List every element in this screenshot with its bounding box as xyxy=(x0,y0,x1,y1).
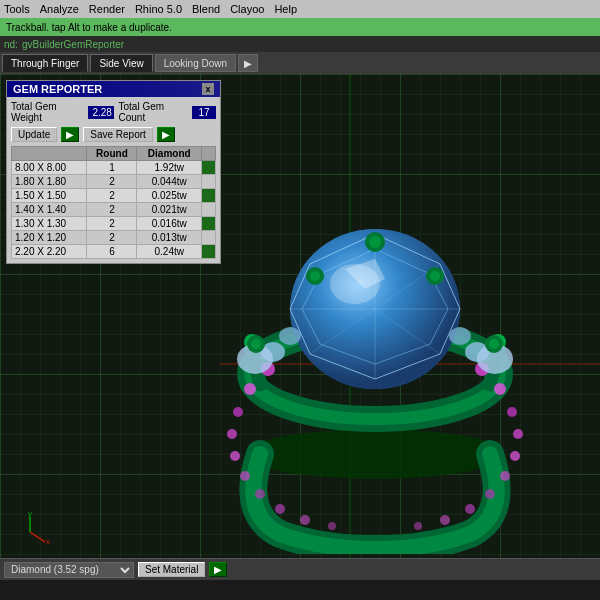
gem-indicator xyxy=(202,189,216,203)
svg-point-35 xyxy=(275,504,285,514)
gem-indicator xyxy=(202,231,216,245)
table-row: 8.00 X 8.00 1 1.92tw xyxy=(12,161,216,175)
status-text: Trackball. tap Alt to make a duplicate. xyxy=(6,22,172,33)
gem-indicator xyxy=(202,161,216,175)
input-label: nd: xyxy=(4,39,18,50)
menu-render[interactable]: Render xyxy=(89,3,125,15)
total-gem-weight-label: Total Gem Weight xyxy=(11,101,84,123)
gem-weight: 0.016tw xyxy=(137,217,202,231)
svg-point-42 xyxy=(510,451,520,461)
svg-point-51 xyxy=(449,327,471,345)
svg-point-31 xyxy=(227,429,237,439)
svg-text:y: y xyxy=(28,512,32,518)
gem-size: 2.20 X 2.20 xyxy=(12,245,87,259)
svg-point-29 xyxy=(244,383,256,395)
gem-indicator xyxy=(202,203,216,217)
col-indicator xyxy=(202,147,216,161)
svg-point-55 xyxy=(369,236,381,248)
ring-visualization xyxy=(160,94,590,554)
gem-size: 1.30 X 1.30 xyxy=(12,217,87,231)
bottom-bar: Diamond (3.52 spg)GoldSilverPlatinum Set… xyxy=(0,558,600,580)
svg-point-30 xyxy=(233,407,243,417)
svg-point-43 xyxy=(500,471,510,481)
menu-tools[interactable]: Tools xyxy=(4,3,30,15)
svg-point-33 xyxy=(240,471,250,481)
total-gem-weight-value: 2.28 xyxy=(88,106,114,119)
gem-count: 2 xyxy=(87,175,137,189)
gem-count: 2 xyxy=(87,203,137,217)
menu-clayoo[interactable]: Clayoo xyxy=(230,3,264,15)
gem-count: 2 xyxy=(87,231,137,245)
gem-count: 2 xyxy=(87,217,137,231)
save-report-button[interactable]: Save Report xyxy=(83,127,153,142)
table-row: 1.30 X 1.30 2 0.016tw xyxy=(12,217,216,231)
gem-size: 1.20 X 1.20 xyxy=(12,231,87,245)
axes-indicator: x y xyxy=(10,512,50,552)
svg-text:x: x xyxy=(46,537,50,546)
svg-point-61 xyxy=(251,339,261,349)
col-round: Round xyxy=(87,147,137,161)
save-arrow-button[interactable]: ▶ xyxy=(157,127,175,142)
gem-count: 2 xyxy=(87,189,137,203)
svg-point-45 xyxy=(465,504,475,514)
gem-weight: 0.021tw xyxy=(137,203,202,217)
gem-reporter-title-bar[interactable]: GEM REPORTER x xyxy=(7,81,220,97)
update-button[interactable]: Update xyxy=(11,127,57,142)
table-row: 2.20 X 2.20 6 0.24tw xyxy=(12,245,216,259)
gem-reporter-close-button[interactable]: x xyxy=(202,83,214,95)
tab-side-view[interactable]: Side View xyxy=(90,54,152,72)
menu-rhino[interactable]: Rhino 5.0 xyxy=(135,3,182,15)
set-material-button[interactable]: Set Material xyxy=(138,562,205,577)
menu-help[interactable]: Help xyxy=(274,3,297,15)
tab-through-finger[interactable]: Through Finger xyxy=(2,54,88,72)
cmd-text: gvBuilderGemReporter xyxy=(22,39,124,50)
svg-point-59 xyxy=(430,271,440,281)
menu-analyze[interactable]: Analyze xyxy=(40,3,79,15)
gem-summary-row: Total Gem Weight 2.28 Total Gem Count 17 xyxy=(11,101,216,123)
gem-weight: 0.025tw xyxy=(137,189,202,203)
status-bar: Trackball. tap Alt to make a duplicate. xyxy=(0,18,600,36)
gem-table: Round Diamond 8.00 X 8.00 1 1.92tw 1.80 … xyxy=(11,146,216,259)
table-row: 1.80 X 1.80 2 0.044tw xyxy=(12,175,216,189)
gem-count: 1 xyxy=(87,161,137,175)
svg-point-37 xyxy=(328,522,336,530)
svg-point-47 xyxy=(414,522,422,530)
tab-looking-down[interactable]: Looking Down xyxy=(155,54,236,72)
svg-point-46 xyxy=(440,515,450,525)
svg-point-49 xyxy=(279,327,301,345)
gem-reporter-content: Total Gem Weight 2.28 Total Gem Count 17… xyxy=(7,97,220,263)
svg-point-34 xyxy=(255,489,265,499)
table-row: 1.50 X 1.50 2 0.025tw xyxy=(12,189,216,203)
gem-indicator xyxy=(202,217,216,231)
svg-point-57 xyxy=(310,271,320,281)
set-material-arrow-button[interactable]: ▶ xyxy=(209,562,227,577)
svg-line-64 xyxy=(30,532,45,542)
svg-point-36 xyxy=(300,515,310,525)
table-row: 1.20 X 1.20 2 0.013tw xyxy=(12,231,216,245)
gem-weight: 1.92tw xyxy=(137,161,202,175)
menu-bar: Tools Analyze Render Rhino 5.0 Blend Cla… xyxy=(0,0,600,18)
update-arrow-button[interactable]: ▶ xyxy=(61,127,79,142)
total-gem-count-value: 17 xyxy=(192,106,216,119)
svg-point-44 xyxy=(485,489,495,499)
tab-arrow[interactable]: ▶ xyxy=(238,54,258,72)
gem-weight: 0.044tw xyxy=(137,175,202,189)
gem-weight: 0.013tw xyxy=(137,231,202,245)
gem-indicator xyxy=(202,175,216,189)
gem-weight: 0.24tw xyxy=(137,245,202,259)
menu-blend[interactable]: Blend xyxy=(192,3,220,15)
svg-point-41 xyxy=(513,429,523,439)
col-size xyxy=(12,147,87,161)
gem-reporter-title-text: GEM REPORTER xyxy=(13,83,102,95)
gem-indicator xyxy=(202,245,216,259)
material-select[interactable]: Diamond (3.52 spg)GoldSilverPlatinum xyxy=(4,562,134,578)
svg-point-40 xyxy=(507,407,517,417)
command-area: nd: gvBuilderGemReporter xyxy=(0,36,600,52)
viewport-tabs: Through Finger Side View Looking Down ▶ xyxy=(0,52,600,74)
gem-reporter-panel: GEM REPORTER x Total Gem Weight 2.28 Tot… xyxy=(6,80,221,264)
gem-size: 8.00 X 8.00 xyxy=(12,161,87,175)
gem-size: 1.40 X 1.40 xyxy=(12,203,87,217)
col-diamond: Diamond xyxy=(137,147,202,161)
gem-count: 6 xyxy=(87,245,137,259)
gem-size: 1.50 X 1.50 xyxy=(12,189,87,203)
